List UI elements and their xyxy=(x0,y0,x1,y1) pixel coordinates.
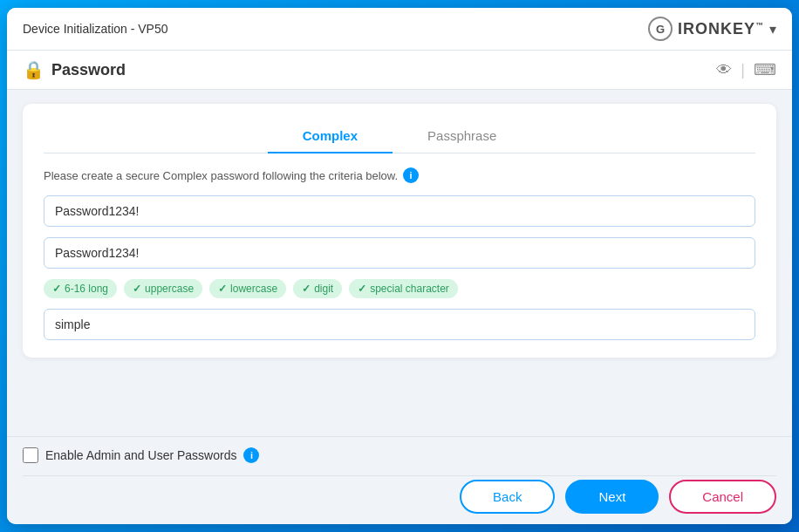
badge-special-label: special character xyxy=(370,283,449,295)
badge-uppercase: ✓ uppercase xyxy=(124,279,202,298)
badge-length: ✓ 6-16 long xyxy=(44,279,117,298)
section-header: 🔒 Password 👁 | ⌨ xyxy=(7,51,792,90)
badge-special-char: ✓ special character xyxy=(349,279,458,298)
title-bar: Device Initialization - VP50 G IRONKEY™ … xyxy=(7,8,792,51)
back-button[interactable]: Back xyxy=(460,480,555,514)
chevron-down-icon[interactable]: ▾ xyxy=(769,21,776,38)
ironkey-logo: G IRONKEY™ ▾ xyxy=(648,17,776,41)
next-button[interactable]: Next xyxy=(565,480,659,514)
badge-lowercase-label: lowercase xyxy=(230,283,277,295)
separator: | xyxy=(741,61,745,79)
badge-uppercase-label: uppercase xyxy=(145,283,194,295)
keyboard-icon[interactable]: ⌨ xyxy=(754,60,776,79)
cancel-button[interactable]: Cancel xyxy=(669,480,776,514)
button-row: Back Next Cancel xyxy=(23,475,776,514)
checkbox-info-icon[interactable]: i xyxy=(243,447,259,463)
eye-icon[interactable]: 👁 xyxy=(716,61,732,79)
badge-lowercase: ✓ lowercase xyxy=(209,279,286,298)
section-title: Password xyxy=(51,61,126,79)
logo-circle-icon: G xyxy=(648,17,673,41)
footer-section: Enable Admin and User Passwords i Back N… xyxy=(7,436,792,524)
password-input[interactable] xyxy=(44,195,755,227)
section-title-group: 🔒 Password xyxy=(23,59,126,80)
confirm-password-input[interactable] xyxy=(44,237,755,269)
tab-bar: Complex Passphrase xyxy=(44,121,755,153)
checkbox-label: Enable Admin and User Passwords xyxy=(45,448,236,462)
badge-digit-label: digit xyxy=(314,283,333,295)
password-card: Complex Passphrase Please create a secur… xyxy=(23,104,776,358)
badge-digit: ✓ digit xyxy=(293,279,342,298)
info-icon[interactable]: i xyxy=(403,167,419,183)
enable-admin-user-checkbox[interactable] xyxy=(23,447,38,463)
main-window: Device Initialization - VP50 G IRONKEY™ … xyxy=(7,8,792,524)
section-actions: 👁 | ⌨ xyxy=(716,60,776,79)
validation-badges: ✓ 6-16 long ✓ uppercase ✓ lowercase ✓ di… xyxy=(44,279,755,298)
window-title: Device Initialization - VP50 xyxy=(23,22,168,36)
hint-input[interactable] xyxy=(44,309,755,340)
description-text: Please create a secure Complex password … xyxy=(44,169,398,182)
badge-length-label: 6-16 long xyxy=(65,283,108,295)
brand-name: IRONKEY™ xyxy=(678,20,764,38)
main-content: Complex Passphrase Please create a secur… xyxy=(7,90,792,436)
tab-passphrase[interactable]: Passphrase xyxy=(393,121,531,153)
description-row: Please create a secure Complex password … xyxy=(44,167,755,183)
lock-icon: 🔒 xyxy=(23,59,44,80)
tab-complex[interactable]: Complex xyxy=(268,121,393,153)
checkbox-row: Enable Admin and User Passwords i xyxy=(23,447,776,463)
